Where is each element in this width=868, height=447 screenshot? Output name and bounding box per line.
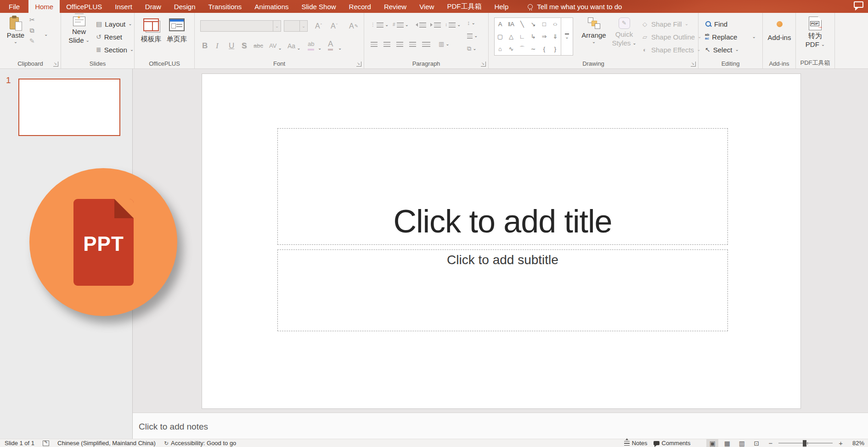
tab-animations[interactable]: Animations	[248, 0, 295, 13]
shape-text-box-icon[interactable]: A	[498, 21, 502, 27]
bold-button[interactable]: B	[202, 39, 208, 51]
change-case-button[interactable]: Aa⌄	[287, 39, 301, 51]
font-color-chevron[interactable]: ⌄	[338, 39, 342, 51]
shape-arrow-right-icon[interactable]: ⇒	[542, 34, 547, 40]
language-indicator[interactable]: Chinese (Simplified, Mainland China)	[57, 440, 156, 447]
shape-scribble-icon[interactable]: ∿	[509, 46, 514, 52]
text-direction-button[interactable]: ↕⌄	[467, 17, 475, 28]
shape-outline-button[interactable]: ▱ Shape Outline ⌄	[641, 31, 701, 42]
tab-review[interactable]: Review	[378, 0, 413, 13]
slide-thumbnail[interactable]	[18, 79, 120, 136]
drawing-dialog-launcher[interactable]: ↘	[691, 62, 696, 67]
zoom-slider[interactable]	[778, 439, 833, 447]
title-placeholder[interactable]: Click to add title	[277, 128, 728, 245]
copy-icon[interactable]: ⧉	[30, 27, 34, 34]
template-library-button[interactable]: 模板库	[139, 18, 163, 43]
align-center-button[interactable]	[383, 39, 390, 50]
tab-view[interactable]: View	[413, 0, 440, 13]
tab-insert[interactable]: Insert	[108, 0, 139, 13]
chevron-down-icon[interactable]: ⌄	[273, 21, 281, 31]
new-slide-button[interactable]: ✶ New Slide⌄	[66, 17, 92, 45]
layout-button[interactable]: ▤ Layout ⌄	[96, 18, 132, 29]
convert-to-smartart-button[interactable]: ⧉⌄	[467, 43, 477, 54]
chevron-down-icon[interactable]: ⌄	[299, 21, 307, 31]
shape-line-arrow-icon[interactable]: ↘	[531, 21, 536, 27]
more-shapes-button[interactable]: ⌄	[561, 17, 573, 56]
shape-vertical-text-box-icon[interactable]: ‖A	[508, 21, 514, 27]
subtitle-placeholder[interactable]: Click to add subtitle	[277, 249, 728, 331]
tab-draw[interactable]: Draw	[139, 0, 168, 13]
line-spacing-button[interactable]: ↕⌄	[445, 19, 461, 30]
shape-line-icon[interactable]: ╲	[520, 21, 524, 27]
clear-formatting-button[interactable]: A✎	[349, 20, 358, 32]
reset-button[interactable]: ↺ Reset	[96, 31, 122, 42]
shape-rectangle-icon[interactable]: □	[542, 21, 546, 27]
tell-me-box[interactable]: Tell me what you want to do	[523, 0, 626, 13]
shape-curve-icon[interactable]: ∼	[531, 46, 536, 52]
highlight-chevron[interactable]: ⌄	[318, 39, 321, 51]
clipboard-dialog-launcher[interactable]: ↘	[53, 62, 58, 67]
tab-help[interactable]: Help	[488, 0, 515, 13]
tab-file[interactable]: File	[0, 0, 28, 13]
tab-home[interactable]: Home	[28, 0, 60, 13]
character-spacing-button[interactable]: AV⌄	[269, 39, 282, 51]
font-size-combobox[interactable]: ⌄	[284, 20, 308, 32]
grow-font-button[interactable]: Aˆ	[315, 20, 322, 32]
font-name-combobox[interactable]: ⌄	[200, 20, 281, 32]
zoom-in-button[interactable]: +	[839, 441, 843, 446]
shape-fill-button[interactable]: ◇ Shape Fill ⌄	[641, 18, 688, 29]
align-left-button[interactable]	[371, 39, 378, 50]
accessibility-status[interactable]: Accessibility: Good to go	[171, 440, 236, 447]
font-dialog-launcher[interactable]: ↘	[356, 62, 361, 67]
shape-rounded-rectangle-icon[interactable]: ▢	[497, 34, 503, 40]
shape-elbow-connector-icon[interactable]: ∟	[519, 34, 525, 40]
single-page-library-button[interactable]: 单页库	[165, 18, 189, 43]
format-painter-icon[interactable]: ✎	[29, 38, 35, 44]
slide-editing-surface[interactable]: Click to add title Click to add subtitle	[202, 74, 801, 409]
spell-check-icon[interactable]: ✎	[43, 441, 49, 446]
shape-freeform-icon[interactable]: ⌂	[498, 46, 502, 52]
replace-button[interactable]: abac Replace ⌄	[705, 31, 756, 42]
section-button[interactable]: ≣ Section ⌄	[96, 44, 134, 55]
tab-transitions[interactable]: Transitions	[202, 0, 248, 13]
slide-sorter-view-button[interactable]: ▦	[721, 439, 733, 447]
addins-dot-icon[interactable]	[777, 21, 783, 27]
normal-view-button[interactable]: ▣	[706, 439, 718, 447]
notes-toggle-button[interactable]: Notes	[624, 440, 648, 447]
italic-button[interactable]: I	[216, 39, 219, 51]
select-button[interactable]: ↖ Select ⌄	[705, 44, 739, 55]
text-shadow-button[interactable]: S	[242, 39, 247, 51]
numbering-button[interactable]: #⌄	[393, 19, 409, 30]
notes-pane[interactable]: Click to add notes	[133, 413, 868, 439]
shape-triangle-icon[interactable]: △	[509, 34, 513, 40]
tab-pdf-toolbox[interactable]: PDF工具箱	[440, 0, 488, 13]
shape-arc-icon[interactable]: ⌒	[519, 46, 525, 52]
columns-button[interactable]: ▥⌄	[439, 39, 450, 50]
justify-button[interactable]	[409, 39, 416, 50]
quick-styles-button[interactable]: ✎ Quick Styles⌄	[611, 17, 637, 47]
increase-indent-button[interactable]	[430, 19, 441, 30]
underline-button[interactable]: U	[229, 39, 234, 51]
paste-button[interactable]: Paste ⌄	[4, 16, 28, 44]
zoom-slider-handle[interactable]	[803, 440, 806, 447]
zoom-out-button[interactable]: −	[768, 441, 772, 446]
paragraph-dialog-launcher[interactable]: ↘	[481, 62, 486, 67]
cut-icon[interactable]: ✂	[29, 17, 35, 23]
highlight-color-button[interactable]: ab	[308, 39, 314, 51]
tab-design[interactable]: Design	[168, 0, 202, 13]
decrease-indent-button[interactable]	[416, 19, 426, 30]
font-color-button[interactable]: A	[328, 39, 333, 51]
addins-button[interactable]: Add-ins	[763, 33, 796, 42]
bullets-button[interactable]: ⋮⌄	[371, 19, 389, 30]
align-text-button[interactable]: ⌄	[467, 30, 478, 41]
strikethrough-button[interactable]: abc	[254, 39, 263, 51]
tab-officeplus[interactable]: OfficePLUS	[60, 0, 108, 13]
comments-button[interactable]: Comments	[654, 440, 691, 447]
shape-brace-left-icon[interactable]: {	[543, 46, 545, 52]
shape-effects-button[interactable]: ◐ Shape Effects ⌄	[641, 44, 701, 55]
find-button[interactable]: Find	[705, 18, 727, 29]
slide-show-button[interactable]: ⊡	[750, 439, 762, 447]
align-right-button[interactable]	[396, 39, 403, 50]
shape-elbow-arrow-connector-icon[interactable]: ↳	[531, 34, 536, 40]
tab-slide-show[interactable]: Slide Show	[295, 0, 343, 13]
